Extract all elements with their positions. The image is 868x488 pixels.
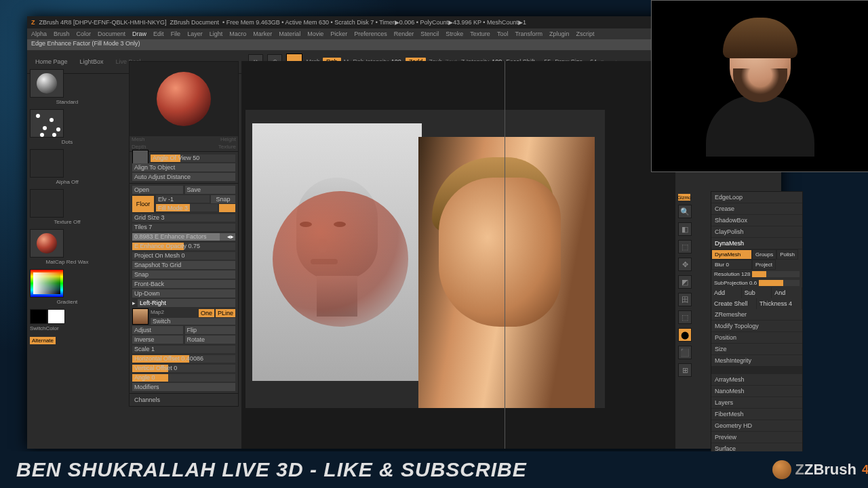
panel-item[interactable]: Preview	[711, 432, 802, 443]
switch-color-label[interactable]: SwitchColor	[30, 325, 104, 331]
brush-thumbnail[interactable]	[30, 69, 64, 98]
rotate-button[interactable]: Rotate	[185, 336, 236, 344]
material-thumbnail[interactable]	[30, 229, 64, 258]
move-icon[interactable]: ✥	[678, 258, 692, 271]
angle-of-view-slider[interactable]: Angle Of View 50	[151, 155, 235, 162]
preview-tab[interactable]: Depth	[132, 144, 146, 150]
document-area[interactable]	[245, 110, 605, 408]
snap-button[interactable]: Snap	[211, 195, 235, 203]
solo-icon[interactable]: ⬛	[678, 346, 692, 359]
menu-item[interactable]: Zplugin	[549, 30, 570, 37]
dynamesh-header[interactable]: DynaMesh	[711, 238, 802, 249]
menu-item[interactable]: Edit	[153, 30, 164, 37]
stroke-thumbnail[interactable]	[30, 109, 64, 138]
scale-slider[interactable]: Scale 1	[132, 346, 235, 353]
grid-icon[interactable]: 田	[678, 293, 692, 306]
snap-grid-button[interactable]: Snap	[132, 270, 235, 279]
up-down-button[interactable]: Up-Down	[132, 289, 235, 298]
subprojection-label[interactable]: SubProjection 0.6	[714, 280, 757, 286]
panel-item[interactable]: Layers	[711, 397, 802, 409]
resolution-label[interactable]: Resolution 128	[714, 271, 750, 277]
panel-item[interactable]: ArrayMesh	[711, 374, 802, 386]
switch-color-swatches[interactable]	[30, 309, 104, 324]
create-shell-button[interactable]: Create Shell	[711, 298, 757, 309]
menu-item[interactable]: Marker	[253, 30, 272, 37]
thickness-slider[interactable]: Thickness 4	[757, 298, 802, 309]
menu-item[interactable]: Tool	[497, 30, 509, 37]
elv-slider[interactable]: Elv -1	[156, 195, 210, 203]
pline-button[interactable]: PLine	[216, 309, 235, 317]
menu-item[interactable]: Zscript	[576, 30, 595, 37]
texture-thumbnail[interactable]	[30, 189, 64, 218]
subprojection-slider[interactable]	[759, 280, 800, 286]
panel-item[interactable]: Modify Topology	[711, 321, 802, 332]
flip-button[interactable]: Flip	[185, 326, 236, 334]
one-button[interactable]: One	[199, 309, 214, 317]
panel-item[interactable]: ClayPolish	[711, 226, 802, 238]
panel-item[interactable]: Geometry HD	[711, 420, 802, 432]
groups-toggle[interactable]: Groups	[752, 249, 776, 260]
draw-preview[interactable]	[130, 62, 238, 136]
panel-item[interactable]: Crease	[711, 203, 802, 215]
menu-item[interactable]: Layer	[187, 30, 203, 37]
switch-button[interactable]: Switch	[151, 318, 235, 325]
menu-item[interactable]: Stencil	[420, 30, 439, 37]
menu-item[interactable]: Alpha	[31, 30, 47, 37]
xpose-icon[interactable]: ⊞	[678, 363, 692, 377]
add-button[interactable]: Add	[711, 287, 742, 298]
perspective-icon[interactable]: ⬚	[678, 310, 692, 324]
fill-axis-icon[interactable]	[219, 204, 235, 212]
align-to-object-button[interactable]: Align To Object	[132, 163, 235, 171]
tab-home[interactable]: Home Page	[31, 57, 72, 66]
panel-item[interactable]: EdgeLoop	[711, 192, 802, 203]
menu-item[interactable]: Stroke	[446, 30, 463, 37]
menu-item[interactable]: Preferences	[354, 30, 387, 37]
auto-adjust-button[interactable]: Auto Adjust Distance	[132, 173, 235, 181]
panel-item[interactable]: NanoMesh	[711, 386, 802, 397]
project-on-mesh-slider[interactable]: Project On Mesh 0	[132, 252, 235, 260]
modifiers-section[interactable]: Modifiers	[132, 383, 235, 391]
alpha-thumbnail[interactable]	[30, 149, 64, 178]
menu-item[interactable]: Picker	[330, 30, 347, 37]
tab-lightbox[interactable]: LightBox	[76, 57, 108, 66]
resolution-slider[interactable]	[752, 271, 800, 277]
panel-item[interactable]: MeshIntegrity	[711, 355, 802, 367]
inverse-button[interactable]: Inverse	[132, 336, 183, 344]
front-back-button[interactable]: Front-Back	[132, 280, 235, 288]
gradient-label[interactable]: Gradient	[30, 299, 104, 305]
menu-item[interactable]: Light	[210, 30, 223, 37]
zoom-icon[interactable]: 🔍	[678, 205, 692, 218]
dynamesh-button[interactable]: DynaMesh	[711, 249, 752, 260]
scale-icon[interactable]: ◩	[678, 275, 692, 289]
map-thumbnail[interactable]	[132, 308, 149, 325]
angle-slider[interactable]: Angle 0	[132, 374, 235, 382]
preview-tab[interactable]: Mesh	[132, 136, 145, 142]
gizmo-toggle[interactable]: Gizmo	[678, 194, 690, 201]
panel-item[interactable]: FiberMesh	[711, 409, 802, 420]
project-toggle[interactable]: Project	[752, 260, 776, 270]
panel-item[interactable]: ZRemesher	[711, 309, 802, 321]
fill-mode-slider[interactable]: Fill Mode 3	[156, 204, 218, 211]
panel-item[interactable]: Position	[711, 332, 802, 344]
left-right-button[interactable]: Left-Right	[138, 299, 235, 307]
preview-tab[interactable]: Texture	[218, 144, 236, 150]
menu-item[interactable]: Color	[77, 30, 92, 37]
open-button[interactable]: Open	[132, 186, 183, 194]
menu-item[interactable]: Transform	[515, 30, 542, 37]
menu-item[interactable]: Texture	[470, 30, 490, 37]
e-enhance-factor-slider[interactable]: 0.8983 E Enhance Factors◂▸	[132, 233, 235, 241]
panel-item[interactable]: ShadowBox	[711, 215, 802, 226]
panel-item[interactable]: Size	[711, 344, 802, 355]
adjust-button[interactable]: Adjust	[132, 326, 183, 334]
snapshot-to-grid-button[interactable]: Snapshot To Grid	[132, 261, 235, 269]
menu-item[interactable]: File	[171, 30, 181, 37]
menu-item[interactable]: Brush	[54, 30, 70, 37]
preview-tab[interactable]: Height	[220, 136, 236, 142]
menu-item[interactable]: Macro	[229, 30, 246, 37]
blur-slider[interactable]: Blur 0	[711, 260, 752, 270]
frame-icon[interactable]: ⬚	[678, 240, 692, 253]
menu-item[interactable]: Document	[98, 30, 125, 37]
save-button[interactable]: Save	[185, 186, 236, 194]
alternate-button[interactable]: Alternate	[30, 337, 56, 344]
grid-size-slider[interactable]: Grid Size 3	[132, 214, 235, 222]
